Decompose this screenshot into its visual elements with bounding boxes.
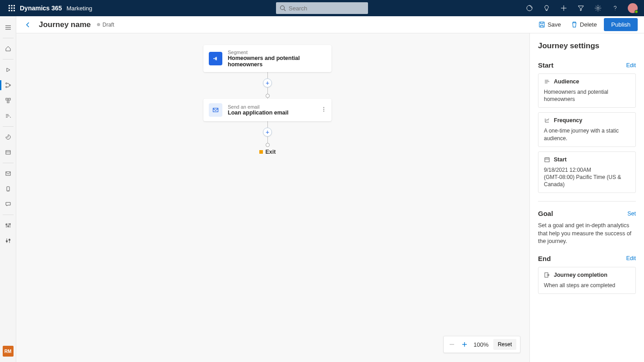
email-title: Loan application email [228,110,289,116]
svg-rect-40 [213,108,218,112]
svg-point-33 [7,226,8,227]
svg-rect-39 [539,22,544,27]
search-box[interactable] [276,2,368,14]
left-rail: RM [0,16,16,362]
svg-rect-26 [6,172,10,175]
svg-rect-0 [9,5,10,6]
publish-button[interactable]: Publish [604,18,638,31]
end-completion-card[interactable]: Journey completion When all steps are co… [538,267,636,294]
rail-analytics-icon[interactable] [0,129,16,145]
connector-node-icon [266,94,270,98]
goal-description: Set a goal and get in-depth analytics th… [538,222,636,246]
node-more-icon[interactable] [321,106,327,114]
svg-rect-38 [9,239,10,240]
svg-rect-24 [6,151,10,154]
zoom-in-button[interactable] [460,340,469,349]
app-launcher-icon[interactable] [7,4,16,13]
top-nav: Dynamics 365 Marketing [0,0,644,16]
trash-icon [571,21,578,28]
goal-heading: Goal [538,210,553,217]
rail-sliders-icon[interactable] [0,233,16,248]
rail-card-icon[interactable] [0,145,16,160]
back-button[interactable] [23,19,33,30]
rail-mail-icon[interactable] [0,166,16,181]
add-step-button[interactable]: + [263,78,272,87]
rail-chat-icon[interactable] [0,197,16,212]
connector-line [267,121,268,128]
connector-line [267,72,268,78]
frequency-icon [544,117,550,124]
segment-title: Homeowners and potential homeowners [228,55,326,68]
frequency-card[interactable]: Frequency A one-time journey with a stat… [538,112,636,147]
svg-point-11 [527,5,532,11]
email-node[interactable]: Send an email Loan application email [203,99,331,121]
gear-icon[interactable] [593,4,603,13]
rail-segments-icon[interactable] [0,93,16,108]
journey-canvas[interactable]: Segment Homeowners and potential homeown… [16,33,529,362]
search-input[interactable] [289,5,364,12]
svg-rect-3 [9,8,10,9]
presence-available-icon [635,10,638,14]
svg-point-34 [9,224,10,225]
avatar[interactable] [628,3,638,13]
svg-point-14 [597,7,599,9]
svg-rect-47 [545,158,549,162]
zoom-reset-button[interactable]: Reset [493,339,516,350]
rail-play-icon[interactable] [0,62,16,78]
svg-point-18 [5,83,7,84]
plus-icon[interactable] [559,4,568,13]
settings-panel: Journey settings Start Edit Audience Hom… [529,33,644,362]
svg-rect-6 [9,10,10,11]
goal-set-link[interactable]: Set [627,211,636,217]
svg-point-43 [323,111,324,112]
segment-node[interactable]: Segment Homeowners and potential homeown… [203,45,331,72]
page-title: Journey name [39,20,91,29]
exit-label: Exit [266,149,276,155]
svg-rect-37 [6,241,7,242]
save-icon [538,21,545,28]
delete-button[interactable]: Delete [568,19,600,30]
segment-icon [209,52,222,65]
status-dot-icon [97,23,100,26]
calendar-icon [544,156,550,163]
rail-journeys-icon[interactable] [0,78,16,93]
lightbulb-icon[interactable] [542,4,551,13]
segment-kicker: Segment [228,50,326,55]
rail-menu-icon[interactable] [0,20,16,35]
svg-rect-5 [14,8,15,9]
svg-rect-22 [9,98,10,100]
svg-point-32 [5,224,6,225]
exit-icon [544,272,550,278]
svg-rect-1 [11,5,13,6]
svg-point-20 [5,87,7,88]
svg-point-9 [281,6,285,10]
connector-line [267,87,268,94]
help-icon[interactable] [611,4,620,13]
svg-rect-23 [7,101,9,103]
rail-flow-icon[interactable] [0,108,16,124]
audience-card[interactable]: Audience Homeowners and potential homeow… [538,73,636,108]
exit-flag-icon [259,150,263,154]
rail-mobile-icon[interactable] [0,181,16,197]
end-edit-link[interactable]: Edit [626,255,636,261]
filter-icon[interactable] [576,4,585,13]
rail-home-icon[interactable] [0,41,16,56]
save-button[interactable]: Save [536,19,564,30]
start-time-card[interactable]: Start 9/18/2021 12:00AM (GMT-08:00) Paci… [538,151,636,193]
rail-tune-icon[interactable] [0,218,16,233]
svg-rect-21 [6,98,8,100]
status-label: Draft [102,22,114,28]
email-kicker: Send an email [228,104,289,110]
target-icon[interactable] [525,4,534,13]
add-step-button[interactable]: + [263,128,272,137]
zoom-value: 100% [473,341,490,348]
svg-point-41 [323,107,324,108]
svg-rect-8 [14,10,15,11]
rail-workspace-badge[interactable]: RM [3,346,14,357]
start-edit-link[interactable]: Edit [626,62,636,69]
module-label: Marketing [66,5,92,12]
svg-rect-4 [11,8,13,9]
zoom-out-button[interactable] [447,340,456,349]
connector-node-icon [266,143,270,147]
page-header: Journey name Draft Save Delete Publish [16,16,644,33]
